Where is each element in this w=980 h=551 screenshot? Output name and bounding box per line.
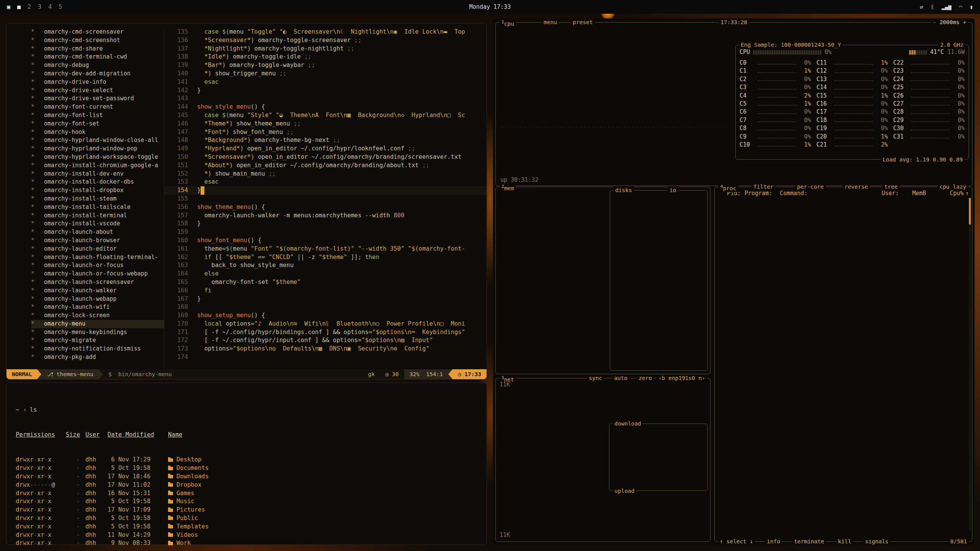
file-list-item[interactable]: *omarchy-pkg-add <box>31 353 164 362</box>
workspace-active-icon[interactable]: ■ <box>17 3 21 10</box>
menu-button[interactable]: menu <box>542 18 559 26</box>
file-list-item[interactable]: *omarchy-launch-screensaver <box>31 278 164 287</box>
code-line[interactable]: 152 *) show_main_menu ;; <box>164 170 487 178</box>
file-list-item[interactable]: *omarchy-launch-editor <box>31 245 164 253</box>
file-list-item[interactable]: *omarchy-launch-walker <box>31 287 164 295</box>
code-line[interactable]: 135 case $(menu "Toggle" "◐ Screensaver\… <box>164 28 487 36</box>
code-line[interactable]: 140 *) show_trigger_menu ;; <box>164 70 487 78</box>
file-list-item[interactable]: *omarchy-cmd-screenshot <box>31 36 164 45</box>
code-line[interactable]: 168 <box>164 303 487 311</box>
wifi-icon[interactable]: ◠ <box>959 4 962 10</box>
code-line[interactable]: 162 if [[ "$theme" == "CNCLD" || -z "$th… <box>164 253 487 262</box>
code-line[interactable]: 145 case $(menu "Style" "◒ Theme\nA Font… <box>164 111 487 120</box>
battery-icon[interactable]: ▮ <box>970 4 973 10</box>
code-line[interactable]: 153 esac <box>164 178 487 186</box>
file-list-item[interactable]: *omarchy-notification-dismiss <box>31 345 164 353</box>
file-list-item[interactable]: *omarchy-lock-screen <box>31 311 164 320</box>
file-list-item[interactable]: *omarchy-menu <box>31 320 164 328</box>
info-button[interactable]: info <box>765 538 782 546</box>
kill-button[interactable]: kill <box>836 538 853 546</box>
net-zero-button[interactable]: zero <box>637 374 654 382</box>
file-list-item[interactable]: *omarchy-cmd-terminal-cwd <box>31 53 164 61</box>
file-list-item[interactable]: *omarchy-launch-or-focus-webapp <box>31 270 164 278</box>
file-list-item[interactable]: *omarchy-drive-set-password <box>31 95 164 103</box>
file-list-item[interactable]: *omarchy-cmd-share <box>31 45 164 53</box>
code-line[interactable]: 157 omarchy-launch-walker -m menus:omarc… <box>164 212 487 220</box>
file-list-item[interactable]: *omarchy-hyprland-window-pop <box>31 145 164 153</box>
file-list-item[interactable]: *omarchy-launch-about <box>31 228 164 236</box>
file-list-item[interactable]: *omarchy-install-dropbox <box>31 186 164 195</box>
code-line[interactable]: 166 fi <box>164 287 487 295</box>
terminate-button[interactable]: terminate <box>792 538 826 546</box>
proc-reverse-button[interactable]: reverse <box>843 183 870 191</box>
tab-proc[interactable]: 4proc <box>719 183 738 192</box>
process-table-header[interactable]: Pid: Program: Command: User: MemB Cpu% ↑ <box>715 189 972 197</box>
file-list-item[interactable]: *omarchy-dev-add-migration <box>31 70 164 78</box>
file-list-item[interactable]: *omarchy-font-current <box>31 103 164 111</box>
tab-cpu[interactable]: 1cpu <box>500 18 516 28</box>
file-list-item[interactable]: *omarchy-launch-floating-terminal- <box>31 253 164 262</box>
apps-grid-icon[interactable]: ▣ <box>7 3 10 10</box>
code-line[interactable]: 156show_theme_menu() { <box>164 203 487 212</box>
code-line[interactable]: 137 *Nightlight*) omarchy-toggle-nightli… <box>164 45 487 53</box>
file-list-item[interactable]: *omarchy-launch-browser <box>31 236 164 245</box>
code-line[interactable]: 171 [ -f ~/.config/hypr/bindings.conf ] … <box>164 328 487 337</box>
code-line[interactable]: 139 *Bar*) omarchy-toggle-waybar ;; <box>164 61 487 70</box>
code-line[interactable]: 151 *About*) open_in_editor ~/.config/om… <box>164 161 487 170</box>
workspace-switcher[interactable]: ▣ ■ 2 3 4 5 <box>7 3 62 10</box>
file-list-item[interactable]: *omarchy-install-vscode <box>31 220 164 228</box>
file-list-item[interactable]: *omarchy-font-set <box>31 120 164 128</box>
workspace-3[interactable]: 3 <box>38 3 41 10</box>
proc-per-core-button[interactable]: per-core <box>795 183 826 191</box>
file-list-item[interactable]: *omarchy-drive-select <box>31 86 164 95</box>
sort-arrow-icon[interactable]: ↑ <box>964 189 969 197</box>
code-line[interactable]: 159 <box>164 228 487 236</box>
file-list-item[interactable]: *omarchy-hyprland-window-close-all <box>31 136 164 145</box>
file-list-item[interactable]: *omarchy-install-tailscale <box>31 203 164 212</box>
file-list-item[interactable]: *omarchy-debug <box>31 61 164 70</box>
net-sync-button[interactable]: sync <box>587 374 604 382</box>
proc-sort-options[interactable]: cpu lazy <box>938 183 968 191</box>
file-list-item[interactable]: *omarchy-launch-or-focus <box>31 261 164 270</box>
net-interface[interactable]: ‹b enp191s0 n› <box>657 374 707 382</box>
proc-scrollbar[interactable] <box>969 197 971 531</box>
file-list[interactable]: *omarchy-cmd-screensaver*omarchy-cmd-scr… <box>7 28 164 369</box>
code-line[interactable]: 164 else <box>164 270 487 278</box>
code-line[interactable]: 142} <box>164 86 487 95</box>
code-line[interactable]: 163 back_to show_style_menu <box>164 261 487 270</box>
code-line[interactable]: 148 *Background*) omarchy-theme-bg-next … <box>164 136 487 145</box>
workspace-2[interactable]: 2 <box>28 3 31 10</box>
code-line[interactable]: 146 *Theme*) show_theme_menu ;; <box>164 120 487 128</box>
code-pane[interactable]: 135 case $(menu "Toggle" "◐ Screensaver\… <box>164 28 487 369</box>
code-line[interactable]: 155 <box>164 195 487 203</box>
code-line[interactable]: 158} <box>164 220 487 228</box>
proc-scrollbar-thumb[interactable] <box>969 198 971 225</box>
cpu-meter-icon[interactable]: ▂▄▆ <box>942 4 951 10</box>
file-list-item[interactable]: *omarchy-install-dev-env <box>31 170 164 178</box>
file-list-item[interactable]: *omarchy-hook <box>31 128 164 137</box>
code-line[interactable]: 147 *Font*) show_font_menu ;; <box>164 128 487 137</box>
system-tray[interactable]: ⇄ ᛒ ▂▄▆ ◠ ▮ <box>920 4 973 10</box>
file-list-item[interactable]: *omarchy-install-steam <box>31 195 164 203</box>
select-hint[interactable]: ↑ select ↓ <box>718 538 755 546</box>
tab-mem[interactable]: 2mem <box>500 183 516 192</box>
code-line[interactable]: 167} <box>164 295 487 303</box>
code-line[interactable]: 173 options="$options\n◎ Defaults\n▦ DNS… <box>164 345 487 353</box>
network-arrows-icon[interactable]: ⇄ <box>920 4 923 10</box>
preset-button[interactable]: preset <box>571 18 595 26</box>
file-list-item[interactable]: *omarchy-drive-info <box>31 78 164 86</box>
code-line[interactable]: 150 *Screensaver*) open_in_editor ~/.con… <box>164 153 487 161</box>
terminal-window[interactable]: ~ › ls Permissions Size User Date Modifi… <box>6 383 487 545</box>
proc-filter-button[interactable]: filter <box>751 183 775 191</box>
bluetooth-icon[interactable]: ᛒ <box>931 4 934 10</box>
file-list-item[interactable]: *omarchy-font-list <box>31 111 164 120</box>
code-line[interactable]: 149 *Hyprland*) open_in_editor ~/.config… <box>164 145 487 153</box>
code-line[interactable]: 144show_style_menu() { <box>164 103 487 111</box>
update-interval[interactable]: - 2000ms + <box>931 18 968 26</box>
code-line[interactable]: 141 esac <box>164 78 487 86</box>
code-line[interactable]: 172 [ -f ~/.config/hypr/input.conf ] && … <box>164 336 487 345</box>
code-line[interactable]: 143 <box>164 95 487 103</box>
file-list-item[interactable]: *omarchy-menu-keybindings <box>31 328 164 337</box>
file-list-item[interactable]: *omarchy-launch-webapp <box>31 295 164 303</box>
code-line[interactable]: 165 omarchy-font-set "$theme" <box>164 278 487 287</box>
